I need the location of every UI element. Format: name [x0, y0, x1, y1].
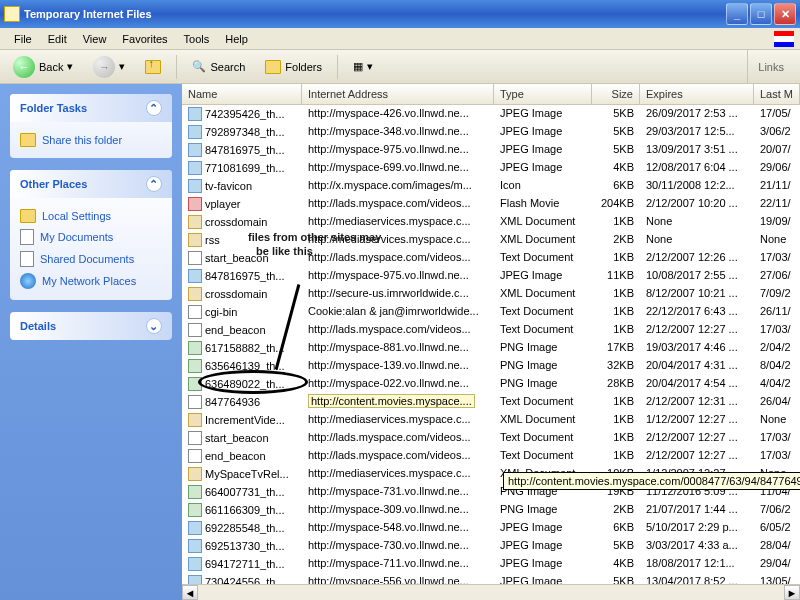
file-row[interactable]: 847816975_th...http://myspace-975.vo.lln…: [182, 141, 800, 159]
file-row[interactable]: start_beaconhttp://lads.myspace.com/vide…: [182, 429, 800, 447]
file-row[interactable]: crossdomainhttp://secure-us.imrworldwide…: [182, 285, 800, 303]
file-row[interactable]: cgi-binCookie:alan & jan@imrworldwide...…: [182, 303, 800, 321]
file-last: 17/03/: [754, 448, 800, 464]
menu-favorites[interactable]: Favorites: [114, 31, 175, 47]
scroll-track[interactable]: [198, 585, 784, 600]
file-name: 742395426_th...: [205, 108, 285, 120]
file-row[interactable]: IncrementVide...http://mediaservices.mys…: [182, 411, 800, 429]
scroll-left-button[interactable]: ◄: [182, 585, 198, 600]
header-last-modified[interactable]: Last M: [754, 84, 800, 104]
file-address: http://myspace-711.vo.llnwd.ne...: [302, 556, 494, 572]
file-expires: 1/12/2007 12:27 ...: [640, 412, 754, 428]
file-row[interactable]: 730424556_th...http://myspace-556.vo.lln…: [182, 573, 800, 584]
file-row[interactable]: 692285548_th...http://myspace-548.vo.lln…: [182, 519, 800, 537]
forward-button[interactable]: → ▾: [86, 52, 132, 82]
file-expires: 18/08/2017 12:1...: [640, 556, 754, 572]
menu-file[interactable]: File: [6, 31, 40, 47]
file-row[interactable]: 694172711_th...http://myspace-711.vo.lln…: [182, 555, 800, 573]
menu-view[interactable]: View: [75, 31, 115, 47]
up-button[interactable]: ↑: [138, 56, 168, 78]
file-size: 1KB: [592, 214, 640, 230]
other-place-link[interactable]: My Documents: [20, 226, 162, 248]
file-row[interactable]: 792897348_th...http://myspace-348.vo.lln…: [182, 123, 800, 141]
column-headers: Name Internet Address Type Size Expires …: [182, 84, 800, 105]
file-type-icon: [188, 179, 202, 193]
file-row[interactable]: tv-faviconhttp://x.myspace.com/images/m.…: [182, 177, 800, 195]
file-row[interactable]: 635646139_th...http://myspace-139.vo.lln…: [182, 357, 800, 375]
header-expires[interactable]: Expires: [640, 84, 754, 104]
file-type-icon: [188, 107, 202, 121]
close-button[interactable]: ✕: [774, 3, 796, 25]
links-panel[interactable]: Links: [747, 50, 794, 83]
file-row[interactable]: 771081699_th...http://myspace-699.vo.lln…: [182, 159, 800, 177]
file-row[interactable]: 661166309_th...http://myspace-309.vo.lln…: [182, 501, 800, 519]
maximize-button[interactable]: □: [750, 3, 772, 25]
sidebar: Folder Tasks⌃ Share this folder Other Pl…: [0, 84, 182, 600]
file-address: http://myspace-548.vo.llnwd.ne...: [302, 520, 494, 536]
menu-tools[interactable]: Tools: [176, 31, 218, 47]
file-expires: 2/12/2007 12:27 ...: [640, 430, 754, 446]
header-type[interactable]: Type: [494, 84, 592, 104]
forward-arrow-icon: →: [93, 56, 115, 78]
horizontal-scrollbar[interactable]: ◄ ►: [182, 584, 800, 600]
file-type-icon: [188, 557, 202, 571]
file-type: PNG Image: [494, 502, 592, 518]
header-size[interactable]: Size: [592, 84, 640, 104]
panel-header-folder-tasks[interactable]: Folder Tasks⌃: [10, 94, 172, 122]
share-folder-link[interactable]: Share this folder: [20, 130, 162, 150]
folders-button[interactable]: Folders: [258, 56, 329, 78]
file-row[interactable]: 847764936http://content.movies.myspace..…: [182, 393, 800, 411]
place-icon: [20, 251, 34, 267]
file-last: 26/11/: [754, 304, 800, 320]
file-type: Text Document: [494, 250, 592, 266]
folder-up-icon: ↑: [145, 60, 161, 74]
back-button[interactable]: ←Back ▾: [6, 52, 80, 82]
other-place-link[interactable]: Local Settings: [20, 206, 162, 226]
file-row[interactable]: rsshttp://mediaservices.myspace.c...XML …: [182, 231, 800, 249]
file-row[interactable]: end_beaconhttp://lads.myspace.com/videos…: [182, 321, 800, 339]
other-place-link[interactable]: My Network Places: [20, 270, 162, 292]
file-row[interactable]: 617158882_th...http://myspace-881.vo.lln…: [182, 339, 800, 357]
file-row[interactable]: 636489022_th...http://myspace-022.vo.lln…: [182, 375, 800, 393]
file-name: start_beacon: [205, 252, 269, 264]
file-row[interactable]: end_beaconhttp://lads.myspace.com/videos…: [182, 447, 800, 465]
scroll-right-button[interactable]: ►: [784, 585, 800, 600]
menu-edit[interactable]: Edit: [40, 31, 75, 47]
separator: [176, 55, 177, 79]
collapse-icon[interactable]: ⌃: [146, 176, 162, 192]
views-button[interactable]: ▦ ▾: [346, 56, 380, 77]
file-size: 2KB: [592, 232, 640, 248]
file-size: 1KB: [592, 304, 640, 320]
file-row[interactable]: vplayerhttp://lads.myspace.com/videos...…: [182, 195, 800, 213]
file-expires: None: [640, 232, 754, 248]
file-address: http://myspace-881.vo.llnwd.ne...: [302, 340, 494, 356]
link-label: Share this folder: [42, 134, 122, 146]
other-place-link[interactable]: Shared Documents: [20, 248, 162, 270]
file-row[interactable]: 692513730_th...http://myspace-730.vo.lln…: [182, 537, 800, 555]
file-expires: 2/12/2007 12:26 ...: [640, 250, 754, 266]
file-last: 7/06/2: [754, 502, 800, 518]
header-internet-address[interactable]: Internet Address: [302, 84, 494, 104]
folders-icon: [265, 60, 281, 74]
file-row[interactable]: start_beaconhttp://lads.myspace.com/vide…: [182, 249, 800, 267]
file-row[interactable]: 742395426_th...http://myspace-426.vo.lln…: [182, 105, 800, 123]
panel-header-details[interactable]: Details⌄: [10, 312, 172, 340]
file-type: JPEG Image: [494, 124, 592, 140]
file-name: 692513730_th...: [205, 540, 285, 552]
file-type-icon: [188, 359, 202, 373]
minimize-button[interactable]: _: [726, 3, 748, 25]
panel-header-other-places[interactable]: Other Places⌃: [10, 170, 172, 198]
windows-flag-icon: [774, 31, 794, 47]
titlebar[interactable]: Temporary Internet Files _ □ ✕: [0, 0, 800, 28]
header-name[interactable]: Name: [182, 84, 302, 104]
menu-help[interactable]: Help: [217, 31, 256, 47]
file-row[interactable]: crossdomainhttp://mediaservices.myspace.…: [182, 213, 800, 231]
file-expires: 2/12/2007 10:20 ...: [640, 196, 754, 212]
collapse-icon[interactable]: ⌃: [146, 100, 162, 116]
file-row[interactable]: 847816975_th...http://myspace-975.vo.lln…: [182, 267, 800, 285]
file-name: 847816975_th...: [205, 144, 285, 156]
file-name: crossdomain: [205, 216, 267, 228]
search-button[interactable]: 🔍Search: [185, 56, 252, 77]
file-name: tv-favicon: [205, 180, 252, 192]
expand-icon[interactable]: ⌄: [146, 318, 162, 334]
